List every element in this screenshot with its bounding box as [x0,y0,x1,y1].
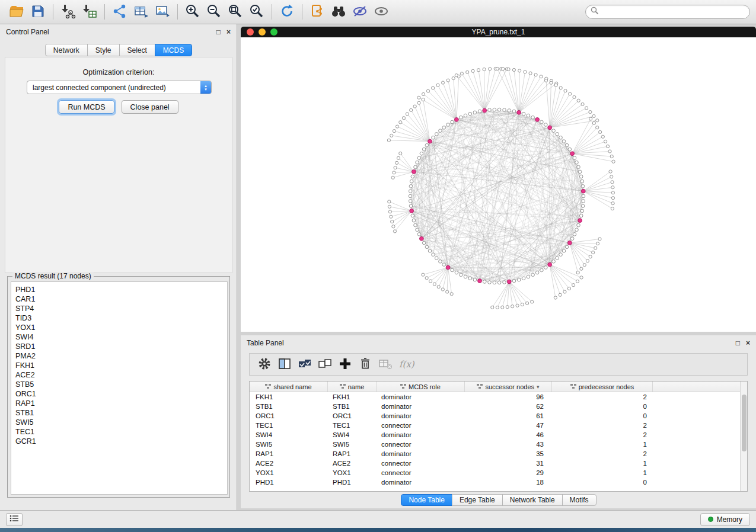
mcds-result-item[interactable]: SRD1 [15,342,227,351]
function-builder-label[interactable]: f(x) [399,359,414,370]
close-panel-icon[interactable]: × [746,339,750,347]
memory-button[interactable]: Memory [700,513,750,526]
scrollbar-thumb[interactable] [742,395,747,451]
status-bar: Memory [0,510,756,528]
mcds-result-item[interactable]: YOX1 [15,323,227,332]
delete-table-button[interactable] [375,355,395,374]
window-close-button[interactable] [247,28,254,36]
column-type-icon [400,383,406,390]
mcds-result-item[interactable]: TEC1 [15,427,227,437]
export-network-button[interactable] [109,2,130,22]
folder-icon [9,5,24,20]
tab-edge-table[interactable]: Edge Table [452,494,503,506]
clipboard-share-icon [310,4,325,21]
import-table-from-file-button[interactable] [79,2,100,22]
table-row[interactable]: PHD1PHD1dominator180 [250,477,747,487]
sort-chevron-icon[interactable]: ▾ [537,384,540,390]
table-settings-button[interactable] [254,355,275,374]
mcds-result-item[interactable]: PHD1 [15,285,227,294]
refresh-layout-button[interactable] [276,2,298,22]
column-header-predecessor-nodes[interactable]: predecessor nodes [552,382,653,392]
tab-node-table[interactable]: Node Table [401,494,452,506]
table-row[interactable]: FKH1FKH1dominator962 [250,392,747,402]
table-row[interactable]: ORC1ORC1dominator610 [250,411,747,421]
table-scrollbar[interactable] [740,382,747,491]
table-row[interactable]: STB1STB1dominator620 [250,402,747,411]
window-minimize-button[interactable] [259,28,266,36]
tab-select[interactable]: Select [119,44,155,56]
optimization-criterion-label: Optimization criterion: [5,68,232,76]
hide-graphics-button[interactable] [349,2,371,22]
show-columns-button[interactable] [275,355,295,374]
task-history-button[interactable] [6,513,23,526]
optimization-criterion-select[interactable]: largest connected component (undirected)… [27,81,212,94]
cell-predecessor-nodes: 1 [552,459,653,468]
search-box[interactable] [585,5,750,19]
cell-shared-name: TEC1 [250,421,328,430]
export-table-button[interactable] [130,2,152,22]
tab-mcds[interactable]: MCDS [155,44,192,56]
mcds-result-item[interactable]: STP4 [15,304,227,313]
toolbar-separator [272,4,272,20]
float-panel-icon[interactable]: □ [216,28,221,36]
zoom-in-button[interactable] [182,2,203,22]
mcds-result-item[interactable]: GCR1 [15,437,227,446]
mcds-result-item[interactable]: SWI5 [15,418,227,427]
show-graphics-button[interactable] [371,2,392,22]
export-image-button[interactable] [152,2,173,22]
mcds-result-item[interactable]: STB5 [15,380,227,389]
mcds-result-item[interactable]: FKH1 [15,361,227,370]
search-input[interactable] [602,8,745,16]
network-window-titlebar[interactable]: YPA_prune.txt_1 [241,27,756,37]
mcds-result-item[interactable]: SWI4 [15,332,227,342]
cell-predecessor-nodes: 1 [552,440,653,449]
table-row[interactable]: TEC1TEC1connector472 [250,421,747,430]
search-network-button[interactable] [328,2,349,22]
toolbar-separator [53,4,53,20]
table-row[interactable]: SWI5SWI5connector431 [250,440,747,449]
column-header-mcds-role[interactable]: MCDS role [377,382,465,392]
select-all-button[interactable] [295,355,315,374]
tab-motifs[interactable]: Motifs [562,494,596,506]
close-panel-button[interactable]: Close panel [122,100,178,114]
table-row[interactable]: YOX1YOX1connector291 [250,468,747,477]
zoom-out-button[interactable] [203,2,225,22]
deselect-all-button[interactable] [315,355,335,374]
mcds-result-item[interactable]: PMA2 [15,351,227,361]
cell-name: STB1 [328,402,377,411]
mcds-result-item[interactable]: RAP1 [15,399,227,408]
float-panel-icon[interactable]: □ [736,339,740,347]
tab-network-table[interactable]: Network Table [502,494,563,506]
run-mcds-button[interactable]: Run MCDS [59,100,114,114]
import-network-icon [60,4,76,21]
column-header-name[interactable]: name [328,382,377,392]
table-row[interactable]: RAP1RAP1dominator352 [250,449,747,459]
mcds-result-item[interactable]: ACE2 [15,370,227,380]
open-file-button[interactable] [6,2,27,22]
column-header-successor-nodes[interactable]: successor nodes ▾ [465,382,552,392]
tab-network[interactable]: Network [45,44,88,56]
table-panel-title: Table Panel [247,339,284,347]
mcds-result-item[interactable]: ORC1 [15,389,227,399]
delete-column-button[interactable] [355,355,375,374]
zoom-selected-button[interactable] [246,2,267,22]
zoom-fit-button[interactable] [225,2,246,22]
save-session-button[interactable] [27,2,49,22]
mcds-result-item[interactable]: CAR1 [15,294,227,304]
tab-style[interactable]: Style [87,44,120,56]
close-panel-icon[interactable]: × [227,28,231,36]
import-network-from-file-button[interactable] [58,2,79,22]
mcds-result-list[interactable]: PHD1 CAR1 STP4 TID3 YOX1 SWI4 SRD1 PMA2 … [11,281,228,495]
window-maximize-button[interactable] [270,28,277,36]
mcds-result-item[interactable]: STB1 [15,408,227,418]
table-row[interactable]: SWI4SWI4dominator462 [250,430,747,440]
clone-network-button[interactable] [307,2,328,22]
plus-icon [338,357,352,373]
binoculars-icon [330,4,347,20]
mcds-result-item[interactable]: TID3 [15,313,227,323]
column-header-shared-name[interactable]: shared name [250,382,328,392]
table-row[interactable]: ACE2ACE2connector311 [250,459,747,468]
trash-icon [358,357,372,373]
add-column-button[interactable] [335,355,355,374]
network-canvas-area[interactable] [241,37,756,332]
